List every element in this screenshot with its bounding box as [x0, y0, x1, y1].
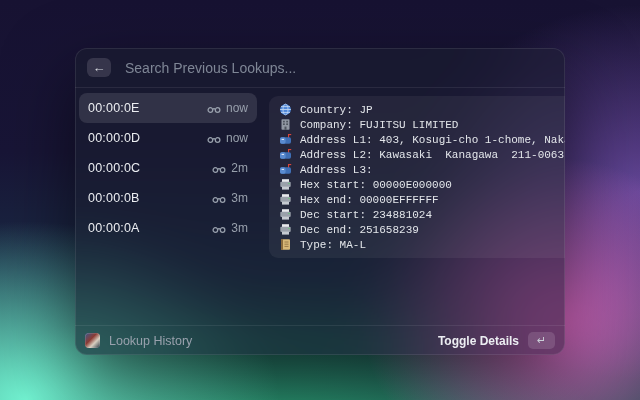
printer-icon	[279, 208, 292, 221]
list-item[interactable]: 00:00:0D now	[79, 123, 257, 153]
list-item-label: 00:00:0B	[88, 191, 140, 205]
ledger-icon	[279, 238, 292, 251]
binoculars-icon	[212, 192, 226, 204]
footer-bar: Lookup History Toggle Details ↵	[75, 325, 565, 355]
back-arrow-icon: ←	[93, 60, 106, 75]
enter-key-icon: ↵	[528, 332, 555, 349]
back-button[interactable]: ←	[87, 58, 111, 77]
extension-name: Lookup History	[109, 334, 192, 348]
printer-icon	[279, 193, 292, 206]
search-header: ←	[75, 48, 565, 88]
detail-row-hex-end: Hex end: 00000EFFFFFF	[279, 192, 565, 207]
printer-icon	[279, 223, 292, 236]
binoculars-icon	[207, 102, 221, 114]
detail-row-type: Type: MA-L	[279, 237, 565, 252]
list-item-meta: 3m	[212, 221, 248, 235]
detail-row-company: Company: FUJITSU LIMITED	[279, 117, 565, 132]
printer-icon	[279, 178, 292, 191]
detail-text: Type: MA-L	[300, 239, 366, 251]
binoculars-icon	[212, 222, 226, 234]
mailbox-icon	[279, 148, 292, 161]
detail-text: Dec start: 234881024	[300, 209, 432, 221]
detail-row-dec-end: Dec end: 251658239	[279, 222, 565, 237]
list-item[interactable]: 00:00:0B 3m	[79, 183, 257, 213]
list-item-meta: 2m	[212, 161, 248, 175]
globe-icon	[279, 103, 292, 116]
list-item-label: 00:00:0A	[88, 221, 140, 235]
details-pane: Country: JP Company: FUJITSU LIMITED Add…	[261, 88, 565, 325]
list-item-time: 2m	[231, 161, 248, 175]
list-item[interactable]: 00:00:0E now	[79, 93, 257, 123]
extension-app-icon	[85, 333, 100, 348]
lookup-list: 00:00:0E now 00:00:0D now 00:00:0C 2m	[75, 88, 261, 325]
search-input[interactable]	[123, 59, 553, 77]
detail-row-dec-start: Dec start: 234881024	[279, 207, 565, 222]
detail-row-country: Country: JP	[279, 102, 565, 117]
list-item-meta: now	[207, 131, 248, 145]
detail-text: Country: JP	[300, 104, 373, 116]
list-item-time: now	[226, 131, 248, 145]
content-area: 00:00:0E now 00:00:0D now 00:00:0C 2m	[75, 88, 565, 325]
building-icon	[279, 118, 292, 131]
detail-row-address3: Address L3:	[279, 162, 565, 177]
list-item-label: 00:00:0C	[88, 161, 140, 175]
detail-text: Company: FUJITSU LIMITED	[300, 119, 458, 131]
list-item-time: 3m	[231, 221, 248, 235]
mailbox-icon	[279, 133, 292, 146]
list-item-label: 00:00:0E	[88, 101, 140, 115]
list-item-meta: 3m	[212, 191, 248, 205]
toggle-details-button[interactable]: Toggle Details	[438, 334, 519, 348]
list-item[interactable]: 00:00:0C 2m	[79, 153, 257, 183]
mailbox-icon	[279, 163, 292, 176]
detail-row-hex-start: Hex start: 00000E000000	[279, 177, 565, 192]
list-item[interactable]: 00:00:0A 3m	[79, 213, 257, 243]
list-item-label: 00:00:0D	[88, 131, 140, 145]
lookup-history-window: ← 00:00:0E now 00:00:0D now 0	[75, 48, 565, 355]
detail-text: Hex start: 00000E000000	[300, 179, 452, 191]
detail-text: Address L2: Kawasaki Kanagawa 211-0063	[300, 149, 564, 161]
binoculars-icon	[212, 162, 226, 174]
details-panel: Country: JP Company: FUJITSU LIMITED Add…	[269, 96, 565, 258]
detail-text: Dec end: 251658239	[300, 224, 419, 236]
detail-text: Address L1: 403, Kosugi-cho 1-chome, Nak…	[300, 134, 565, 146]
detail-text: Address L3:	[300, 164, 379, 176]
detail-row-address2: Address L2: Kawasaki Kanagawa 211-0063	[279, 147, 565, 162]
list-item-time: 3m	[231, 191, 248, 205]
list-item-time: now	[226, 101, 248, 115]
list-item-meta: now	[207, 101, 248, 115]
detail-row-address1: Address L1: 403, Kosugi-cho 1-chome, Nak…	[279, 132, 565, 147]
detail-text: Hex end: 00000EFFFFFF	[300, 194, 439, 206]
binoculars-icon	[207, 132, 221, 144]
